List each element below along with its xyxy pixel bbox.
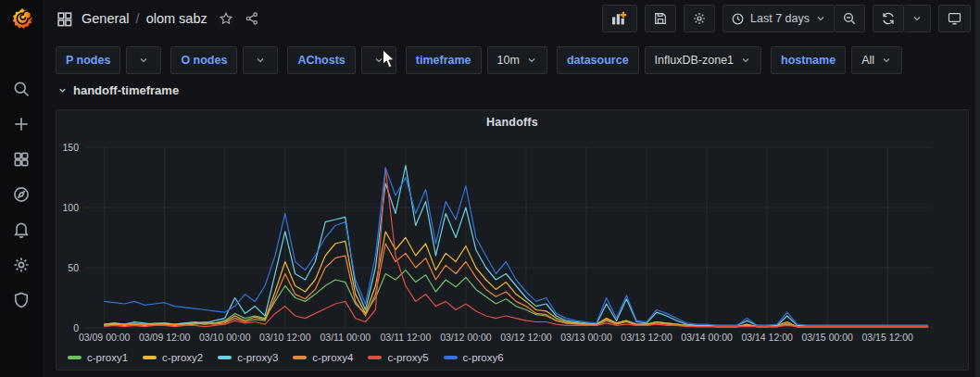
variable-p-nodes: P nodes — [56, 46, 161, 74]
svg-text:03/11 00:00: 03/11 00:00 — [320, 332, 371, 343]
plus-icon[interactable] — [6, 113, 36, 135]
compass-explore-icon[interactable] — [6, 183, 36, 206]
legend-item-c-proxy4[interactable]: c-proxy4 — [293, 352, 353, 363]
variable-value-dropdown[interactable] — [243, 46, 278, 74]
legend-item-c-proxy5[interactable]: c-proxy5 — [368, 352, 428, 363]
variable-achosts: AChosts — [287, 46, 396, 74]
breadcrumb-section[interactable]: General — [82, 11, 130, 26]
legend-item-c-proxy1[interactable]: c-proxy1 — [68, 352, 128, 363]
breadcrumb-separator: / — [136, 11, 140, 26]
legend-item-c-proxy2[interactable]: c-proxy2 — [143, 352, 203, 363]
refresh-icon — [881, 11, 896, 26]
variable-timeframe: timeframe 10m — [406, 46, 547, 74]
variable-hostname: hostname All — [771, 46, 902, 74]
row-header-handoff-timeframe[interactable]: handoff-timeframe — [57, 83, 179, 97]
chevron-down-icon — [138, 55, 149, 66]
shield-admin-icon[interactable] — [6, 289, 36, 311]
bell-alerting-icon[interactable] — [6, 219, 36, 241]
breadcrumb: General / olom sabz — [82, 11, 207, 26]
add-panel-button[interactable] — [602, 5, 637, 32]
svg-text:03/14 00:00: 03/14 00:00 — [681, 332, 733, 343]
variable-value: 10m — [497, 54, 520, 67]
chevron-down-icon — [815, 13, 826, 24]
chart-legend: c-proxy1c-proxy2c-proxy3c-proxy4c-proxy5… — [68, 352, 504, 363]
dashboard-settings-button[interactable] — [684, 5, 715, 32]
chevron-down-icon — [373, 55, 384, 66]
chevron-down-icon — [526, 55, 537, 66]
svg-text:03/15 00:00: 03/15 00:00 — [801, 332, 853, 343]
row-title: handoff-timeframe — [73, 83, 179, 97]
svg-text:03/15 12:00: 03/15 12:00 — [861, 332, 913, 343]
panel-title[interactable]: Handoffs — [57, 116, 968, 129]
gear-icon — [692, 11, 707, 26]
variable-label: hostname — [771, 46, 846, 74]
variable-value-dropdown[interactable]: 10m — [487, 46, 547, 74]
svg-text:100: 100 — [62, 202, 79, 213]
save-dashboard-button[interactable] — [645, 5, 676, 32]
variable-label: AChosts — [287, 46, 355, 74]
add-panel-icon — [610, 11, 629, 26]
grafana-logo-icon — [10, 6, 34, 31]
grafana-app: General / olom sabz Last 7 days — [0, 0, 980, 377]
legend-item-c-proxy6[interactable]: c-proxy6 — [444, 352, 504, 363]
variable-datasource: datasource InfluxDB-zone1 — [557, 46, 761, 74]
zoom-out-time-button[interactable] — [835, 5, 865, 32]
template-variables-row: P nodes O nodes AChosts timeframe 10m — [56, 46, 902, 74]
legend-label: c-proxy5 — [387, 352, 428, 363]
variable-label: P nodes — [56, 46, 120, 74]
legend-swatch — [143, 356, 157, 359]
svg-text:03/14 12:00: 03/14 12:00 — [741, 332, 793, 343]
svg-text:03/10 00:00: 03/10 00:00 — [199, 332, 251, 343]
refresh-interval-dropdown[interactable] — [904, 5, 931, 32]
grafana-logo[interactable] — [0, 0, 44, 37]
time-controls: Last 7 days — [722, 5, 865, 32]
legend-item-c-proxy3[interactable]: c-proxy3 — [218, 352, 278, 363]
legend-label: c-proxy6 — [463, 352, 504, 363]
legend-swatch — [218, 356, 232, 359]
clock-icon — [731, 12, 745, 26]
variable-value-dropdown[interactable]: All — [851, 46, 902, 74]
gear-configuration-icon[interactable] — [6, 254, 36, 276]
chevron-down-icon — [57, 85, 68, 95]
svg-text:03/12 00:00: 03/12 00:00 — [440, 332, 492, 343]
search-icon[interactable] — [6, 78, 36, 100]
chevron-down-icon — [740, 55, 751, 66]
variable-label: datasource — [557, 46, 639, 74]
legend-swatch — [444, 356, 458, 359]
variable-value: All — [861, 54, 874, 67]
variable-o-nodes: O nodes — [170, 46, 278, 74]
svg-text:03/13 00:00: 03/13 00:00 — [560, 332, 612, 343]
chevron-down-icon — [911, 13, 923, 24]
legend-label: c-proxy4 — [312, 352, 353, 363]
dashboards-grid-icon[interactable] — [6, 148, 36, 170]
refresh-button[interactable] — [873, 5, 904, 32]
svg-text:03/11 12:00: 03/11 12:00 — [381, 332, 432, 343]
time-range-label: Last 7 days — [750, 12, 810, 25]
chevron-down-icon — [881, 55, 892, 66]
zoom-out-icon — [842, 11, 857, 26]
breadcrumb-page[interactable]: olom sabz — [146, 11, 207, 26]
legend-swatch — [368, 356, 382, 359]
scrollbar-track[interactable] — [975, 0, 980, 377]
variable-value: InfluxDB-zone1 — [655, 54, 734, 67]
svg-text:50: 50 — [68, 262, 79, 273]
share-icon[interactable] — [245, 11, 259, 26]
variable-value-dropdown[interactable]: InfluxDB-zone1 — [645, 46, 761, 74]
variable-label: O nodes — [170, 46, 237, 74]
variable-value-dropdown[interactable] — [361, 46, 396, 74]
sidebar-menu — [0, 78, 43, 311]
time-range-picker[interactable]: Last 7 days — [722, 5, 835, 32]
chevron-down-icon — [255, 55, 266, 66]
handoffs-chart[interactable]: 05010015003/09 00:0003/09 12:0003/10 00:… — [57, 129, 970, 347]
svg-text:150: 150 — [62, 142, 79, 153]
star-icon[interactable] — [219, 11, 233, 26]
legend-label: c-proxy3 — [237, 352, 278, 363]
dashboard-grid-icon — [57, 11, 72, 27]
svg-text:03/09 00:00: 03/09 00:00 — [79, 332, 131, 343]
svg-text:03/12 12:00: 03/12 12:00 — [500, 332, 552, 343]
legend-label: c-proxy2 — [162, 352, 203, 363]
svg-text:03/10 12:00: 03/10 12:00 — [259, 332, 311, 343]
variable-value-dropdown[interactable] — [126, 46, 161, 74]
kiosk-mode-button[interactable] — [938, 5, 971, 32]
nav-actions: Last 7 days — [602, 5, 971, 32]
